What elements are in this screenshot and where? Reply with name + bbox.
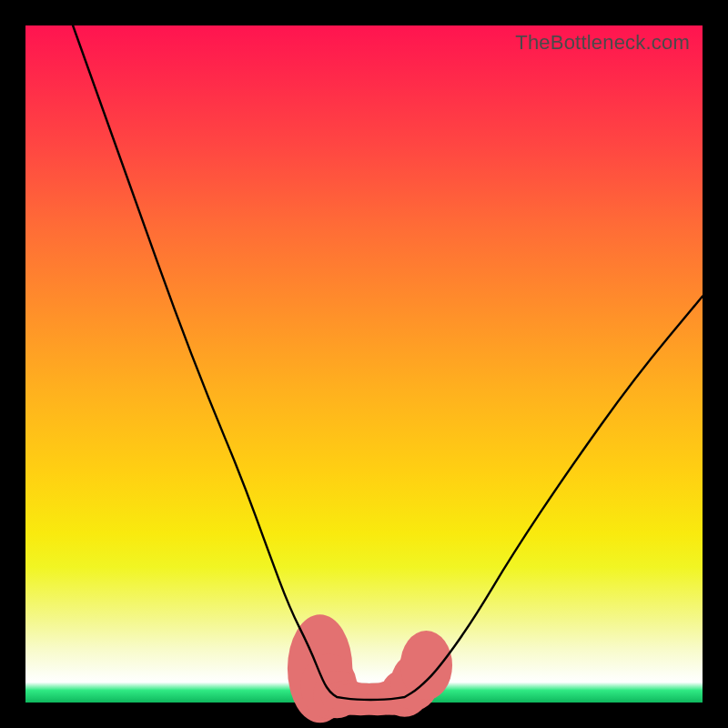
- plot-area: TheBottleneck.com: [25, 25, 703, 703]
- chart-markers: [288, 614, 452, 723]
- chart-svg: [25, 25, 703, 703]
- chart-frame: TheBottleneck.com: [0, 0, 728, 728]
- highlight-marker: [400, 631, 452, 700]
- bottleneck-curve: [73, 25, 703, 700]
